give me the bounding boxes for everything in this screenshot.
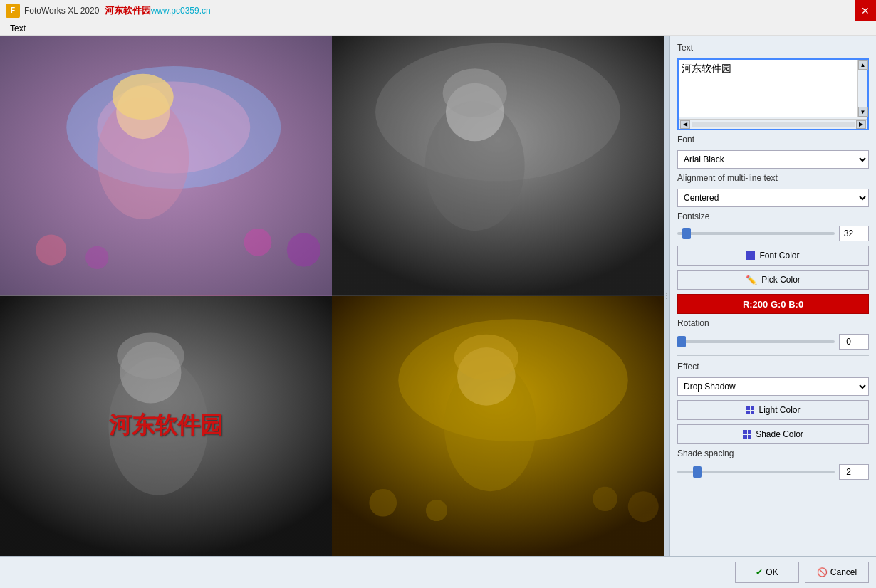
font-color-label: Font Color [759,251,799,261]
light-color-icon [746,406,754,414]
ok-label: OK [766,567,778,577]
rotation-slider-container [677,340,835,343]
image-cell-top-right [332,36,664,296]
watermark-url: www.pc0359.cn [151,6,211,16]
image-cell-bottom-left: 河东软件园 [0,296,332,557]
ok-icon: ✔ [756,567,763,577]
light-color-button[interactable]: Light Color [677,400,869,420]
shade-color-button[interactable]: Shade Color [677,424,869,444]
svg-point-10 [287,233,320,266]
textarea-hscroll: ◀ ▶ [679,119,867,129]
rotation-slider-thumb[interactable] [677,336,686,347]
divider-1 [677,355,869,356]
right-panel: Text ▲ ▼ ◀ ▶ Font Arial Black Arial Time… [669,36,876,556]
text-section-label: Text [677,43,869,53]
rotation-slider-track[interactable] [677,340,835,343]
menu-text[interactable]: Text [6,22,30,35]
fontsize-row: Fontsize [677,211,869,221]
shade-spacing-slider-thumb[interactable] [693,466,702,478]
image-area: 河东软件园 [0,36,664,556]
svg-point-29 [426,499,447,520]
app-logo: F [6,4,20,18]
bottom-bar: ✔ OK 🚫 Cancel [0,556,876,588]
svg-point-21 [117,332,184,378]
pick-color-label: Pick Color [761,275,801,285]
textarea-vscroll: ▲ ▼ [857,60,867,117]
svg-point-28 [369,488,397,516]
font-color-button[interactable]: Font Color [677,246,869,266]
fontsize-control-row [677,226,869,241]
image-cell-bottom-right [332,296,664,557]
svg-point-27 [454,334,518,380]
vscroll-down[interactable]: ▼ [858,107,868,117]
shade-spacing-slider-track[interactable] [677,471,835,473]
effect-select[interactable]: Drop Shadow None Outline Emboss [677,377,869,396]
title-bar: F FotoWorks XL 2020 河东软件园 www.pc0359.cn … [0,0,876,21]
svg-point-30 [593,486,617,510]
main-content: 河东软件园 [0,36,876,556]
alignment-label: Alignment of multi-line text [677,173,869,183]
font-color-icon [746,251,755,260]
svg-point-16 [443,68,507,117]
fontsize-slider-container [677,232,835,235]
rotation-control-row [677,334,869,350]
text-input[interactable] [679,60,857,117]
vscroll-up[interactable]: ▲ [858,60,868,70]
light-color-label: Light Color [758,405,800,415]
app-name: FotoWorks XL 2020 [24,6,99,16]
shade-color-label: Shade Color [756,429,803,439]
color-display: R:200 G:0 B:0 [677,294,869,314]
svg-point-6 [113,74,174,120]
pick-color-icon: ✏️ [746,275,757,285]
svg-point-7 [36,235,66,266]
svg-point-9 [244,229,272,256]
cancel-label: Cancel [830,567,857,577]
image-text-overlay: 河东软件园 [109,410,223,441]
shade-spacing-slider-container [677,471,835,473]
hscroll-track [692,122,855,127]
rotation-input[interactable] [839,334,869,350]
fontsize-slider-thumb[interactable] [682,228,691,239]
fontsize-label: Fontsize [677,211,716,221]
font-select[interactable]: Arial Black Arial Times New Roman Verdan… [677,150,869,169]
hscroll-right[interactable]: ▶ [856,120,866,129]
effect-label: Effect [677,362,869,372]
cancel-icon: 🚫 [817,567,828,577]
image-cell-top-left [0,36,332,296]
fontsize-slider-track[interactable] [677,232,835,235]
shade-spacing-row [677,464,869,480]
rotation-label: Rotation [677,318,869,328]
shade-color-icon [743,430,751,439]
hscroll-left[interactable]: ◀ [680,120,690,129]
text-input-wrapper: ▲ ▼ ◀ ▶ [677,58,869,130]
watermark-cn: 河东软件园 [105,4,151,17]
svg-point-31 [628,491,659,522]
alignment-select[interactable]: Centered Left Right [677,189,869,207]
close-button[interactable]: ✕ [855,0,876,21]
ok-button[interactable]: ✔ OK [735,562,799,583]
font-label: Font [677,135,869,145]
shade-spacing-label: Shade spacing [677,448,869,458]
svg-point-8 [85,246,108,269]
fontsize-input[interactable] [839,226,869,241]
resize-handle[interactable]: ⋮ [664,36,669,556]
pick-color-button[interactable]: ✏️ Pick Color [677,270,869,290]
shade-spacing-input[interactable] [839,464,869,480]
cancel-button[interactable]: 🚫 Cancel [805,562,869,583]
